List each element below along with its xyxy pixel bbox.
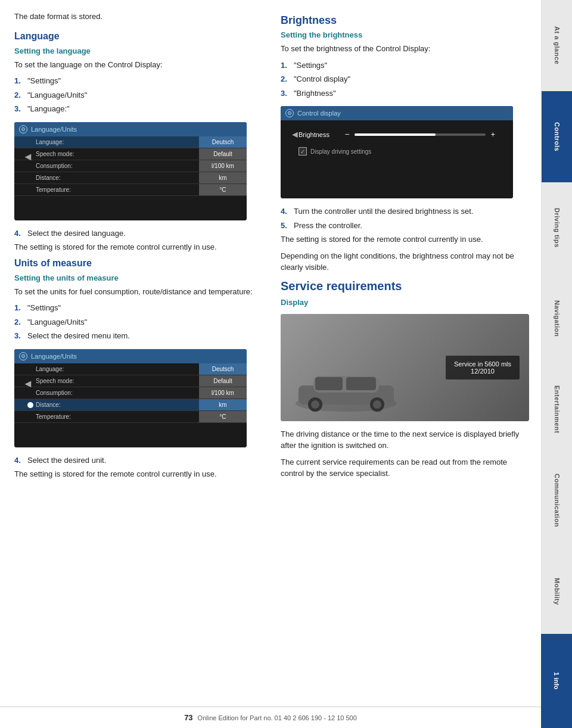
- service-info-box: Service in 5600 mls 12/2010: [446, 356, 520, 379]
- bright-step-2-num: 2.: [281, 73, 291, 85]
- brightness-section: Brightness Setting the brightness To set…: [281, 14, 529, 273]
- lang-table-2: Language: Deutsch Speech mode: Default C…: [14, 363, 247, 423]
- lang-value-4: °C: [199, 184, 247, 195]
- units-step-4-text: Select the desired unit.: [27, 455, 106, 466]
- right-column: Brightness Setting the brightness To set…: [275, 11, 529, 704]
- sidebar-item-entertainment[interactable]: Entertainment: [541, 364, 572, 455]
- service-date: 12/2010: [454, 368, 511, 375]
- bright-step-1-num: 1.: [281, 60, 291, 71]
- service-text: Service in 5600 mls: [454, 360, 511, 368]
- lang-step-1-num: 1.: [14, 75, 25, 87]
- lang-step-2-text: "Language/Units": [27, 89, 87, 101]
- lang-screen-header: ⚙ Language/Units: [14, 122, 247, 136]
- units-row-4: Temperature: °C: [14, 411, 247, 423]
- service-text1: The driving distance or the time to the …: [281, 428, 529, 452]
- lang-step-1-text: "Settings": [27, 75, 61, 87]
- lang-value-3: km: [199, 172, 247, 183]
- lang-label-1: Speech mode:: [14, 148, 199, 160]
- sidebar-item-communication[interactable]: Communication: [541, 455, 572, 546]
- units-value-4: °C: [199, 411, 247, 422]
- car-silhouette-icon: [293, 368, 400, 415]
- bright-minus: −: [345, 130, 350, 139]
- language-section: Language Setting the language To set the…: [14, 31, 263, 253]
- units-step-1-num: 1.: [14, 302, 25, 314]
- info-badge-label: 1 info: [553, 672, 560, 689]
- lang-label-0: Language:: [14, 136, 199, 148]
- units-step-2-text: "Language/Units": [27, 316, 87, 328]
- units-step-3: 3. Select the desired menu item.: [14, 330, 263, 342]
- units-value-2: l/100 km: [199, 387, 247, 399]
- bright-screen: ⚙ Control display ◄ Brightness −: [281, 106, 513, 198]
- bright-step-4-num: 4.: [281, 206, 291, 217]
- language-screen-image: ⚙ Language/Units ◄ Language: Deutsch: [14, 122, 247, 220]
- page-footer: 73 Online Edition for Part no. 01 40 2 6…: [0, 707, 541, 728]
- sidebar-item-controls[interactable]: Controls: [541, 91, 572, 182]
- bright-step-1: 1. "Settings": [281, 60, 529, 71]
- page-container: The date format is stored. Language Sett…: [0, 0, 572, 728]
- sidebar-item-driving-tips[interactable]: Driving tips: [541, 182, 572, 273]
- bright-step-5-num: 5.: [281, 220, 291, 232]
- lang-step-2-num: 2.: [14, 89, 25, 101]
- lang-row-4: Temperature: °C: [14, 184, 247, 196]
- units-step-3-num: 3.: [14, 330, 25, 342]
- bright-footer2: Depending on the light conditions, the b…: [281, 250, 529, 273]
- lang-screen-title: Language/Units: [31, 126, 77, 133]
- display-driving-checkbox: ✓: [299, 147, 307, 155]
- language-footer: The setting is stored for the remote con…: [14, 241, 263, 253]
- units-label-1: Speech mode:: [14, 375, 199, 387]
- lang-step-3-num: 3.: [14, 103, 25, 115]
- left-column: The date format is stored. Language Sett…: [14, 11, 263, 704]
- units-step-1: 1. "Settings": [14, 302, 263, 314]
- units-row-3: Distance: km: [14, 399, 247, 411]
- lang-step-3: 3. "Language:": [14, 103, 263, 115]
- units-intro: To set the units for fuel consumption, r…: [14, 286, 263, 298]
- lang-row-3: Distance: km: [14, 172, 247, 184]
- bright-step-5: 5. Press the controller.: [281, 220, 529, 232]
- units-value-0: Deutsch: [199, 363, 247, 375]
- page-number: 73: [184, 713, 192, 722]
- lang-label-2: Consumption:: [14, 160, 199, 172]
- units-label-0: Language:: [14, 363, 199, 375]
- units-value-3: km: [199, 399, 247, 410]
- bright-step-2-text: "Control display": [294, 73, 350, 85]
- bright-step-4-text: Turn the controller until the desired br…: [294, 206, 474, 217]
- bright-screen-header: ⚙ Control display: [281, 106, 513, 120]
- lang-value-0: Deutsch: [199, 136, 247, 148]
- lang-step-3-text: "Language:": [27, 103, 70, 115]
- sidebar-item-navigation[interactable]: Navigation: [541, 273, 572, 364]
- intro-text: The date format is stored.: [14, 11, 263, 23]
- bright-step-2: 2. "Control display": [281, 73, 529, 85]
- units-title: Units of measure: [14, 258, 263, 269]
- units-step-4-num: 4.: [14, 455, 25, 466]
- service-screen: Service in 5600 mls 12/2010: [281, 314, 529, 421]
- main-content: The date format is stored. Language Sett…: [0, 0, 541, 728]
- brightness-screen-image: ⚙ Control display ◄ Brightness −: [281, 106, 513, 198]
- lang-step-4-num: 4.: [14, 228, 25, 239]
- units-footer: The setting is stored for the remote con…: [14, 468, 263, 480]
- language-title: Language: [14, 31, 263, 42]
- brightness-intro: To set the brightness of the Control Dis…: [281, 43, 529, 55]
- lang-value-1: Default: [199, 148, 247, 160]
- bright-step-5-text: Press the controller.: [294, 220, 362, 232]
- lang-screen: ⚙ Language/Units ◄ Language: Deutsch: [14, 122, 247, 220]
- lang-label-3: Distance:: [14, 172, 199, 183]
- lang-table-1: Language: Deutsch Speech mode: Default C…: [14, 136, 247, 196]
- bright-step-3: 3. "Brightness": [281, 88, 529, 99]
- lang-step-4: 4. Select the desired language.: [14, 228, 263, 239]
- svg-rect-3: [315, 377, 343, 390]
- bright-label: Brightness: [299, 131, 340, 138]
- footer-text: Online Edition for Part no. 01 40 2 606 …: [198, 714, 357, 721]
- sidebar-item-mobility[interactable]: Mobility: [541, 546, 572, 637]
- service-section: Service requirements Display: [281, 279, 529, 480]
- sidebar-item-at-a-glance[interactable]: At a glance: [541, 0, 572, 91]
- lang-label-4: Temperature:: [14, 184, 199, 195]
- svg-rect-4: [346, 377, 376, 390]
- units-row-2: Consumption: l/100 km: [14, 387, 247, 399]
- units-settings-icon: ⚙: [19, 352, 27, 360]
- units-step-3-text: Select the desired menu item.: [27, 330, 130, 342]
- info-badge: 1 info: [541, 634, 572, 728]
- units-step-1-text: "Settings": [27, 302, 61, 314]
- display-driving-label: Display driving settings: [310, 148, 371, 155]
- units-label-4: Temperature:: [14, 411, 199, 422]
- lang-step-2: 2. "Language/Units": [14, 89, 263, 101]
